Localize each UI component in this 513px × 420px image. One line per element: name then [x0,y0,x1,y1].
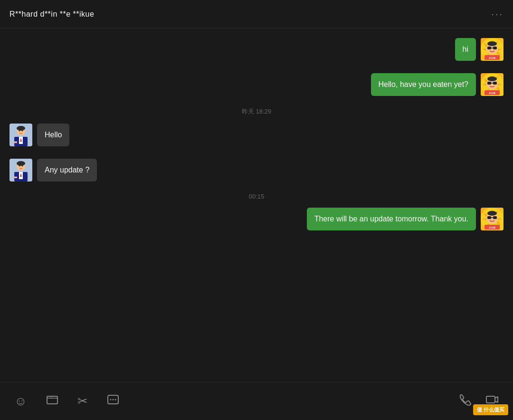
timestamp: 00:15 [10,193,504,200]
message-bubble: Hello, have you eaten yet? [371,73,476,96]
svg-point-65 [487,211,497,216]
svg-rect-11 [493,47,497,49]
svg-rect-10 [487,47,491,49]
avatar [10,124,32,146]
svg-point-48 [19,165,20,167]
message-row: 2×29 Hello, have you eaten yet? [10,73,504,96]
avatar: 2×29 [481,73,504,96]
message-row: 2×29 There will be an update tomorrow. T… [10,208,504,230]
svg-rect-68 [47,396,57,404]
watermark: 值 什么值买 [473,404,508,415]
chat-title: R**hard d**in **e **ikue [10,10,94,19]
svg-point-44 [17,161,25,166]
avatar: 2×29 [481,38,504,61]
svg-text:2×29: 2×29 [489,92,495,95]
message-row: Any update ? [10,159,504,181]
folder-button[interactable] [46,393,58,409]
svg-rect-41 [14,142,17,143]
svg-rect-26 [487,82,491,85]
message-row: Hello [10,124,504,146]
phone-button[interactable] [458,393,471,410]
svg-point-71 [112,399,114,401]
svg-text:2×29: 2×29 [489,57,495,59]
emoji-button[interactable]: ☺ [14,394,27,409]
more-options-button[interactable]: ··· [491,9,504,19]
timestamp: 昨天 18:29 [10,107,504,116]
svg-text:2×29: 2×29 [489,226,495,229]
scissors-button[interactable]: ✂ [77,394,88,409]
message-row: 2×29 hi [10,38,504,61]
chat-toolbar: ☺ ✂ [0,382,513,420]
avatar [10,159,32,181]
message-bubble: hi [455,38,476,61]
svg-point-49 [22,165,23,167]
svg-point-13 [487,41,497,46]
svg-point-72 [114,399,116,401]
svg-rect-27 [493,82,497,85]
chat-header: R**hard d**in **e **ikue ··· [0,0,513,29]
svg-point-29 [487,76,497,81]
svg-rect-73 [486,396,495,403]
svg-point-39 [22,130,23,132]
message-bubble: Any update ? [37,159,97,181]
svg-point-34 [17,126,25,131]
svg-rect-51 [14,177,17,178]
svg-rect-62 [487,216,491,219]
message-bubble: There will be an update tomorrow. Thank … [307,208,476,230]
svg-rect-63 [493,216,497,219]
message-bubble: Hello [37,124,69,146]
chat-messages-area: 2×29 hi [0,29,513,382]
avatar: 2×29 [481,208,504,230]
svg-point-38 [19,130,20,132]
chat-extras-button[interactable] [107,393,119,409]
svg-point-70 [110,399,111,401]
